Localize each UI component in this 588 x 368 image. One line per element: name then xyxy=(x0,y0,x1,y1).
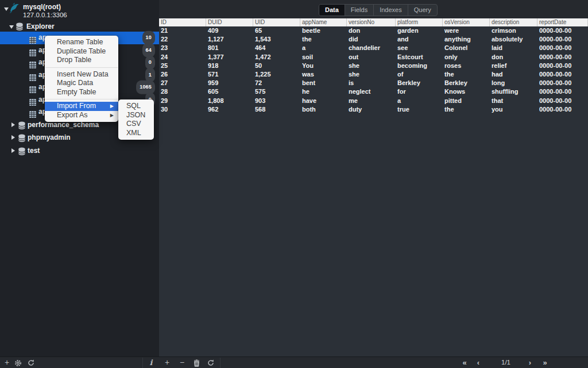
table-cell[interactable]: 23 xyxy=(159,44,206,52)
trash-icon[interactable] xyxy=(193,357,200,368)
tab-query[interactable]: Query xyxy=(408,5,437,16)
table-cell[interactable]: you xyxy=(490,105,537,114)
table-cell[interactable]: Estcourt xyxy=(396,53,443,62)
table-cell[interactable]: 50 xyxy=(253,62,300,70)
table-cell[interactable]: 1,543 xyxy=(253,35,300,44)
disclosure-right-icon[interactable] xyxy=(11,122,15,127)
table-cell[interactable]: 568 xyxy=(253,105,300,114)
table-cell[interactable]: 30 xyxy=(159,105,206,114)
table-cell[interactable]: 0000-00-00 xyxy=(537,26,588,35)
table-cell[interactable]: 0000-00-00 xyxy=(537,62,588,70)
table-cell[interactable]: was xyxy=(300,70,347,79)
table-cell[interactable]: 1,808 xyxy=(206,97,253,105)
table-cell[interactable]: were xyxy=(443,26,490,35)
table-cell[interactable]: 801 xyxy=(206,44,253,52)
table-cell[interactable]: shuffling xyxy=(490,87,537,96)
table-cell[interactable]: 65 xyxy=(253,26,300,35)
table-cell[interactable]: don xyxy=(490,53,537,62)
table-cell[interactable]: both xyxy=(300,105,347,114)
table-cell[interactable]: have xyxy=(300,97,347,105)
submenu-item-csv[interactable]: CSV xyxy=(118,120,154,129)
column-header-reportDate[interactable]: reportDate xyxy=(537,18,588,26)
column-header-appName[interactable]: appName xyxy=(300,18,347,26)
table-cell[interactable]: me xyxy=(347,97,396,105)
table-cell[interactable]: of xyxy=(396,70,443,79)
info-button[interactable]: i xyxy=(148,357,154,368)
table-cell[interactable]: only xyxy=(443,53,490,62)
sidebar-item-test[interactable]: test xyxy=(0,144,159,157)
table-cell[interactable]: and xyxy=(396,35,443,44)
column-header-osVersion[interactable]: osVersion xyxy=(443,18,490,26)
tab-data[interactable]: Data xyxy=(319,5,345,16)
menu-item-magic-data[interactable]: Magic Data xyxy=(45,79,118,88)
tab-indexes[interactable]: Indexes xyxy=(373,5,408,16)
table-cell[interactable]: 25 xyxy=(159,62,206,70)
submenu-item-xml[interactable]: XML xyxy=(118,129,154,138)
table-cell[interactable]: 0000-00-00 xyxy=(537,87,588,96)
table-cell[interactable]: crimson xyxy=(490,26,537,35)
refresh-sidebar-icon[interactable] xyxy=(27,357,35,368)
table-cell[interactable]: chandelier xyxy=(347,44,396,52)
column-header-versionNo[interactable]: versionNo xyxy=(347,18,396,26)
table-cell[interactable]: she xyxy=(347,62,396,70)
table-cell[interactable]: 72 xyxy=(253,79,300,87)
table-cell[interactable]: 26 xyxy=(159,70,206,79)
table-row[interactable]: 265711,225wassheofthehad0000-00-00 xyxy=(159,70,588,79)
table-cell[interactable]: 0000-00-00 xyxy=(537,97,588,105)
tab-fields[interactable]: Fields xyxy=(345,5,373,16)
table-cell[interactable]: out xyxy=(347,53,396,62)
table-row[interactable]: 2795972bentisBerkleyBerkleylong0000-00-0… xyxy=(159,79,588,87)
table-cell[interactable]: pitted xyxy=(443,97,490,105)
table-cell[interactable]: is xyxy=(347,79,396,87)
table-cell[interactable]: relief xyxy=(490,62,537,70)
table-cell[interactable]: 1,127 xyxy=(206,35,253,44)
table-cell[interactable]: the xyxy=(300,35,347,44)
table-cell[interactable]: anything xyxy=(443,35,490,44)
table-cell[interactable]: did xyxy=(347,35,396,44)
table-row[interactable]: 241,3771,472soiloutEstcourtonlydon0000-0… xyxy=(159,53,588,62)
table-cell[interactable]: 21 xyxy=(159,26,206,35)
table-cell[interactable]: 959 xyxy=(206,79,253,87)
table-cell[interactable]: 0000-00-00 xyxy=(537,35,588,44)
table-row[interactable]: 291,808903havemeapittedthat0000-00-00 xyxy=(159,97,588,105)
remove-row-button[interactable]: − xyxy=(178,357,186,368)
table-cell[interactable]: laid xyxy=(490,44,537,52)
table-cell[interactable]: see xyxy=(396,44,443,52)
table-cell[interactable]: roses xyxy=(443,62,490,70)
table-cell[interactable]: the xyxy=(443,70,490,79)
table-cell[interactable]: bent xyxy=(300,79,347,87)
table-cell[interactable]: 22 xyxy=(159,35,206,44)
table-cell[interactable]: neglect xyxy=(347,87,396,96)
table-cell[interactable]: she xyxy=(347,70,396,79)
table-cell[interactable]: beetle xyxy=(300,26,347,35)
disclosure-down-icon[interactable] xyxy=(9,25,14,29)
table-cell[interactable]: the xyxy=(443,105,490,114)
table-cell[interactable]: 0000-00-00 xyxy=(537,79,588,87)
table-row[interactable]: 28605575heneglectforKnowsshuffling0000-0… xyxy=(159,87,588,96)
table-cell[interactable]: 409 xyxy=(206,26,253,35)
table-cell[interactable]: 1,377 xyxy=(206,53,253,62)
menu-item-duplicate-table[interactable]: Duplicate Table xyxy=(45,47,118,56)
menu-item-drop-table[interactable]: Drop Table xyxy=(45,56,118,65)
submenu-item-sql[interactable]: SQL xyxy=(118,102,154,111)
table-cell[interactable]: for xyxy=(396,87,443,96)
table-cell[interactable]: You xyxy=(300,62,347,70)
first-page-button[interactable]: « xyxy=(460,357,469,368)
last-page-button[interactable]: » xyxy=(540,357,550,368)
submenu-item-json[interactable]: JSON xyxy=(118,111,154,120)
menu-item-rename-table[interactable]: Rename Table xyxy=(45,38,118,47)
table-cell[interactable]: 28 xyxy=(159,87,206,96)
table-cell[interactable]: 1,472 xyxy=(253,53,300,62)
table-cell[interactable]: soil xyxy=(300,53,347,62)
table-cell[interactable]: had xyxy=(490,70,537,79)
menu-item-import-from[interactable]: Import From▶ xyxy=(45,102,118,111)
table-cell[interactable]: a xyxy=(300,44,347,52)
table-row[interactable]: 23801464achandelierseeColonellaid0000-00… xyxy=(159,44,588,52)
table-cell[interactable]: don xyxy=(347,26,396,35)
column-header-description[interactable]: description xyxy=(490,18,537,26)
table-row[interactable]: 221,1271,543thedidandanythingabsolutely0… xyxy=(159,35,588,44)
menu-item-export-as[interactable]: Export As▶ xyxy=(45,111,118,120)
disclosure-right-icon[interactable] xyxy=(11,135,15,140)
column-header-UID[interactable]: UID xyxy=(253,18,300,26)
column-header-platform[interactable]: platform xyxy=(396,18,443,26)
